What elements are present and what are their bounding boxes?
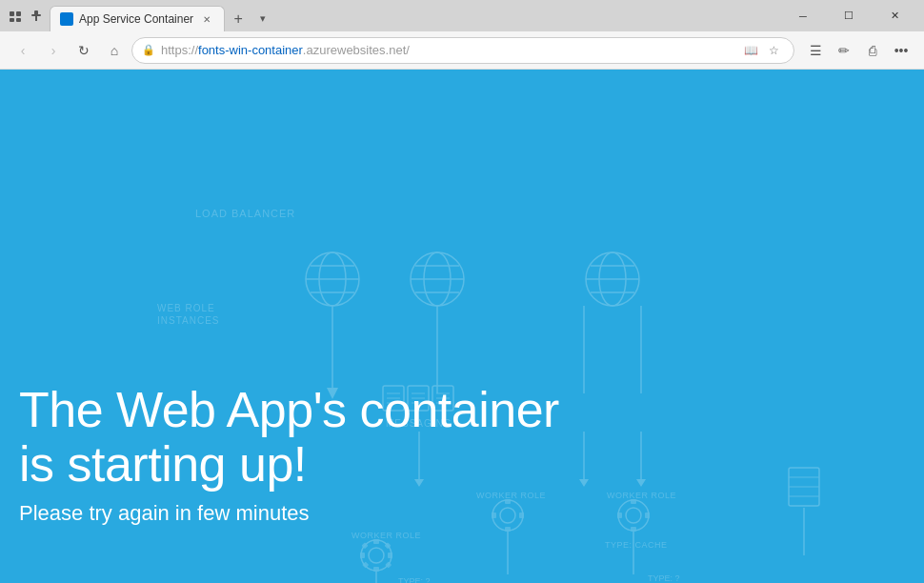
tab-favicon bbox=[60, 12, 73, 26]
svg-text:INSTANCES: INSTANCES bbox=[157, 315, 220, 326]
address-text: https://fonts-win-container.azurewebsite… bbox=[161, 43, 734, 57]
svg-rect-69 bbox=[631, 499, 636, 504]
svg-rect-53 bbox=[360, 553, 365, 558]
svg-rect-54 bbox=[388, 553, 392, 558]
favorites-icon[interactable]: ☆ bbox=[763, 40, 784, 61]
svg-rect-3 bbox=[16, 18, 21, 22]
forward-button[interactable]: › bbox=[40, 37, 67, 64]
main-heading: The Web App's container is starting up! bbox=[19, 383, 559, 492]
svg-rect-70 bbox=[631, 527, 636, 532]
close-button[interactable]: ✕ bbox=[873, 3, 916, 30]
svg-rect-51 bbox=[373, 539, 379, 544]
browser-icon bbox=[8, 9, 23, 24]
svg-text:WORKER ROLE: WORKER ROLE bbox=[352, 531, 421, 540]
main-content: The Web App's container is starting up! … bbox=[19, 383, 559, 526]
heading-line2: is starting up! bbox=[19, 437, 559, 492]
tab-title: App Service Container bbox=[79, 12, 193, 26]
tab-close-button[interactable]: ✕ bbox=[199, 11, 214, 27]
hub-button[interactable]: ☰ bbox=[802, 37, 829, 64]
address-icons: 📖 ☆ bbox=[740, 40, 784, 61]
new-tab-button[interactable]: + bbox=[225, 6, 251, 31]
nav-bar: ‹ › ↻ ⌂ 🔒 https://fonts-win-container.az… bbox=[0, 31, 924, 70]
sub-heading: Please try again in few minutes bbox=[19, 501, 559, 526]
svg-text:TYPE: ?: TYPE: ? bbox=[648, 573, 680, 583]
more-button[interactable]: ••• bbox=[888, 37, 914, 64]
url-main: fonts-win-container bbox=[198, 43, 303, 57]
tab-overflow-button[interactable]: ▾ bbox=[251, 6, 274, 31]
svg-rect-0 bbox=[10, 11, 14, 16]
svg-rect-1 bbox=[16, 11, 21, 16]
lock-icon: 🔒 bbox=[142, 44, 155, 56]
reader-mode-icon[interactable]: 📖 bbox=[740, 40, 761, 61]
svg-rect-5 bbox=[31, 14, 41, 16]
svg-rect-63 bbox=[505, 527, 511, 532]
address-bar[interactable]: 🔒 https://fonts-win-container.azurewebsi… bbox=[131, 37, 794, 64]
window-controls: ─ ☐ ✕ bbox=[781, 3, 916, 30]
svg-marker-45 bbox=[579, 479, 589, 487]
pin-icon bbox=[29, 9, 44, 24]
svg-text:TYPE: CACHE: TYPE: CACHE bbox=[605, 540, 668, 550]
tab-strip: App Service Container ✕ + ▾ bbox=[50, 0, 274, 31]
svg-point-67 bbox=[618, 500, 649, 531]
svg-text:LOAD BALANCER: LOAD BALANCER bbox=[195, 208, 295, 219]
svg-text:WORKER ROLE: WORKER ROLE bbox=[607, 491, 676, 500]
share-button[interactable]: ⎙ bbox=[859, 37, 886, 64]
browser-window: App Service Container ✕ + ▾ ─ ☐ ✕ ‹ › ↻ … bbox=[0, 0, 924, 583]
url-suffix: .azurewebsites.net/ bbox=[303, 43, 410, 57]
web-content-area: LOAD BALANCER WEB ROLE INSTANCES bbox=[0, 70, 924, 583]
svg-marker-47 bbox=[636, 479, 646, 487]
maximize-button[interactable]: ☐ bbox=[827, 3, 871, 30]
svg-rect-72 bbox=[645, 513, 650, 518]
nav-right-buttons: ☰ ✏ ⎙ ••• bbox=[802, 37, 914, 64]
svg-point-50 bbox=[369, 548, 384, 563]
svg-text:WEB ROLE: WEB ROLE bbox=[157, 303, 215, 313]
heading-line1: The Web App's container bbox=[19, 383, 559, 437]
svg-rect-2 bbox=[10, 18, 14, 22]
active-tab[interactable]: App Service Container ✕ bbox=[50, 6, 225, 31]
make-note-icon[interactable]: ✏ bbox=[831, 37, 857, 64]
svg-point-68 bbox=[626, 508, 641, 523]
svg-rect-6 bbox=[35, 16, 37, 21]
back-button[interactable]: ‹ bbox=[10, 37, 36, 64]
refresh-button[interactable]: ↻ bbox=[70, 37, 97, 64]
svg-rect-52 bbox=[373, 567, 379, 572]
title-bar: App Service Container ✕ + ▾ ─ ☐ ✕ bbox=[0, 0, 924, 31]
svg-text:TYPE: ?: TYPE: ? bbox=[398, 576, 431, 583]
home-button[interactable]: ⌂ bbox=[101, 37, 128, 64]
svg-rect-71 bbox=[617, 513, 622, 518]
minimize-button[interactable]: ─ bbox=[781, 3, 825, 30]
url-prefix: https:// bbox=[161, 43, 198, 57]
title-bar-left: App Service Container ✕ + ▾ bbox=[8, 0, 274, 31]
